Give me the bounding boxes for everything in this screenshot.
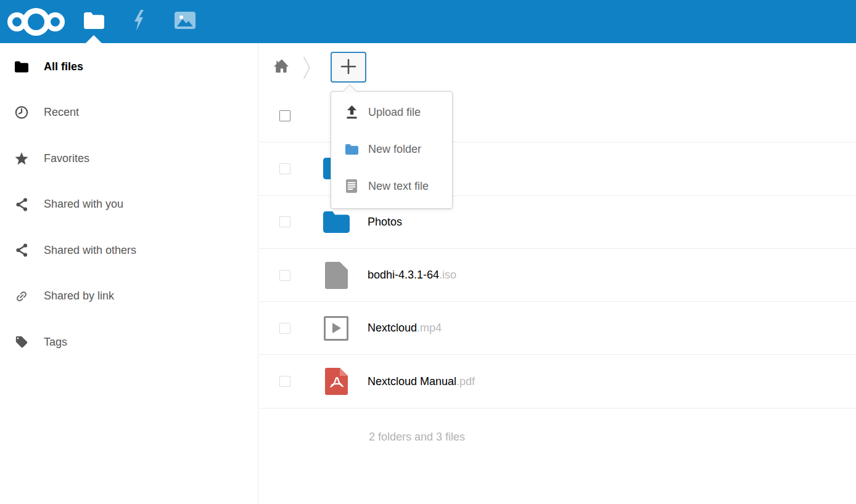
row-checkbox[interactable]	[279, 376, 290, 387]
menu-item-label: New text file	[368, 180, 429, 193]
link-icon	[15, 289, 28, 304]
topbar	[0, 0, 856, 43]
menu-item-label: New folder	[368, 143, 421, 156]
app-activity-button[interactable]	[125, 0, 154, 43]
clock-icon	[15, 105, 28, 120]
sidebar-item-label: All files	[44, 60, 83, 73]
sidebar-item-label: Favorites	[44, 152, 89, 165]
tag-icon	[15, 335, 28, 349]
file-row[interactable]: Nextcloud.mp4	[259, 302, 856, 355]
star-icon	[15, 152, 28, 166]
gallery-icon	[175, 12, 195, 31]
chevron-right-icon	[303, 56, 311, 82]
share-icon	[15, 197, 28, 212]
files-view: Photos bodhi-4.3.1-64.iso Nextcloud.mp4	[259, 43, 856, 504]
folder-icon	[345, 144, 358, 155]
plus-icon	[340, 59, 356, 76]
folder-icon	[83, 12, 104, 31]
file-name-link[interactable]: Nextcloud.mp4	[368, 322, 442, 335]
sidebar-item-tags[interactable]: Tags	[0, 319, 258, 365]
share-icon	[15, 243, 28, 258]
nextcloud-logo[interactable]	[7, 8, 65, 36]
file-name-link[interactable]: bodhi-4.3.1-64.iso	[368, 269, 456, 282]
sidebar-item-label: Shared with others	[44, 244, 136, 257]
file-name[interactable]: Nextcloud Manual	[368, 375, 456, 388]
file-extension[interactable]: .mp4	[417, 322, 442, 334]
row-checkbox[interactable]	[279, 270, 290, 281]
file-name-link[interactable]: Photos	[368, 216, 402, 229]
new-button[interactable]	[331, 52, 366, 83]
sidebar-item-recent[interactable]: Recent	[0, 90, 258, 136]
select-all-checkbox[interactable]	[279, 110, 290, 121]
upload-icon	[345, 105, 358, 119]
video-file-icon[interactable]	[323, 314, 350, 343]
summary-text: 2 folders and 3 files	[369, 431, 465, 443]
pdf-file-icon[interactable]	[323, 367, 350, 396]
file-extension[interactable]: .pdf	[456, 375, 475, 388]
file-row[interactable]: Nextcloud Manual.pdf	[259, 355, 856, 408]
menu-item-upload-file[interactable]: Upload file	[331, 94, 452, 131]
new-menu: Upload file New folder New text file	[331, 91, 453, 209]
row-checkbox[interactable]	[279, 216, 290, 227]
menu-item-label: Upload file	[368, 106, 421, 119]
sidebar-item-label: Tags	[44, 336, 67, 349]
file-extension[interactable]: .iso	[439, 269, 456, 281]
sidebar-item-label: Shared by link	[44, 290, 114, 303]
menu-item-new-text-file[interactable]: New text file	[331, 168, 452, 205]
sidebar-item-shared-with-others[interactable]: Shared with others	[0, 227, 258, 274]
file-icon[interactable]	[323, 261, 350, 290]
logo-circle	[22, 8, 50, 36]
menu-item-new-folder[interactable]: New folder	[331, 131, 452, 168]
file-name-link[interactable]: Nextcloud Manual.pdf	[368, 375, 475, 388]
row-checkbox[interactable]	[279, 323, 290, 334]
file-summary: 2 folders and 3 files	[259, 408, 856, 444]
sidebar: All files Recent Favorites Shared with y…	[0, 43, 258, 504]
app-gallery-button[interactable]	[171, 0, 199, 43]
sidebar-item-label: Shared with you	[44, 198, 123, 211]
sidebar-item-shared-with-you[interactable]: Shared with you	[0, 182, 258, 228]
app-files-button[interactable]	[80, 0, 108, 43]
sidebar-item-all-files[interactable]: All files	[0, 44, 258, 90]
sidebar-item-favorites[interactable]: Favorites	[0, 136, 258, 182]
breadcrumb	[259, 43, 856, 89]
lightning-icon	[131, 10, 147, 33]
file-row[interactable]: bodhi-4.3.1-64.iso	[259, 249, 856, 302]
text-file-icon	[345, 179, 358, 193]
file-name[interactable]: Nextcloud	[368, 322, 417, 334]
sidebar-item-label: Recent	[44, 106, 79, 119]
folder-icon[interactable]	[323, 208, 350, 236]
row-checkbox[interactable]	[279, 163, 290, 174]
nextcloud-files-app: All files Recent Favorites Shared with y…	[0, 0, 856, 504]
sidebar-item-shared-by-link[interactable]: Shared by link	[0, 274, 258, 320]
folder-icon	[15, 61, 28, 73]
home-icon[interactable]	[274, 59, 290, 76]
file-name[interactable]: bodhi-4.3.1-64	[368, 269, 439, 281]
file-name[interactable]: Photos	[368, 216, 402, 228]
active-app-indicator	[86, 35, 102, 43]
